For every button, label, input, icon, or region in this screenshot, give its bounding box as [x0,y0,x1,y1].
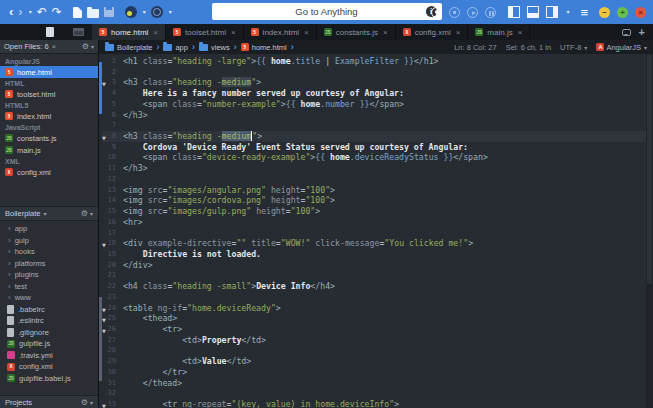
code-line[interactable]: 28 [102,345,646,356]
code-line[interactable]: ▼3<h3 class="heading -medium"> [102,77,646,88]
tab-index.html[interactable]: 5index.html× [244,24,317,40]
code-editor[interactable]: 1<h1 class="heading -large">{{ home.titl… [99,54,653,408]
tree-file-.gitignore[interactable]: .gitignore [0,327,98,339]
undo-icon[interactable]: ↶ [37,0,47,24]
vertical-scrollbar[interactable] [646,54,653,408]
pane-chevron-down-icon[interactable]: ▾ [566,0,569,24]
open-file-home.html[interactable]: 5home.html [0,66,98,78]
play-icon[interactable] [467,7,478,18]
code-line[interactable]: 27 <td>Property</td> [102,335,646,346]
open-file-constants.js[interactable]: JSconstants.js [0,132,98,144]
code-line[interactable]: 19 Directive is not loaded. [102,249,646,260]
tree-folder-test[interactable]: ›test [0,281,98,293]
save-icon[interactable] [104,7,114,17]
tree-file-.babelrc[interactable]: .babelrc [0,304,98,316]
forward-icon[interactable]: › [18,0,22,24]
code-area[interactable]: 1<h1 class="heading -large">{{ home.titl… [102,54,646,408]
tab-close-icon[interactable]: × [456,28,461,37]
comment-icon[interactable] [622,29,631,36]
code-line[interactable]: 31 </thead> [102,378,646,389]
preview-chevron-down-icon[interactable]: ▾ [143,0,146,24]
tree-folder-plugins[interactable]: ›plugins [0,269,98,281]
files-panel-tab[interactable] [36,24,64,40]
tree-folder-app[interactable]: ›app [0,223,98,235]
code-line[interactable]: 12 [102,174,646,185]
tree-file-gulpfile.babel.js[interactable]: JSgulpfile.babel.js [0,373,98,385]
code-line[interactable]: 9 Cordova 'Device Ready' Event Status se… [102,142,646,153]
tab-main.js[interactable]: JSmain.js× [468,24,530,40]
tree-folder-www[interactable]: ›www [0,292,98,304]
tree-folder-gulp[interactable]: ›gulp [0,235,98,247]
menu-icon[interactable]: ≡ [580,5,588,20]
tab-close-icon[interactable]: × [383,28,388,37]
code-line[interactable]: 1<h1 class="heading -large">{{ home.titl… [102,56,646,67]
open-files-header[interactable]: Open Files: 6 × ⚙▾ [0,40,99,54]
code-line[interactable]: 11</h3> [102,163,646,174]
code-line[interactable]: 7 [102,120,646,131]
code-line[interactable]: ▼8<h3 class="heading -medium"> [102,131,646,142]
projects-footer[interactable]: Projects ⚙▾ [0,395,98,408]
encoding-select[interactable]: UTF-8 ▾ [560,43,587,52]
back-icon[interactable]: ‹ [9,0,13,24]
tab-close-icon[interactable]: × [518,28,523,37]
stop-icon[interactable] [449,7,460,18]
code-line[interactable]: 30 </tr> [102,367,646,378]
code-line[interactable]: ▼26 <tr> [102,324,646,335]
code-line[interactable]: 5 <span class="number-example">{{ home.n… [102,99,646,110]
tab-close-icon[interactable]: × [304,28,309,37]
record-icon[interactable] [431,7,442,18]
open-file-config.xml[interactable]: Xconfig.xml [0,166,98,178]
code-line[interactable]: ▼33 <tr ng-repeat="(key, value) in home.… [102,399,646,408]
code-line[interactable]: 20</div> [102,260,646,271]
pause-icon[interactable] [485,7,496,18]
code-line[interactable]: 4 Here is a fancy number served up court… [102,88,646,99]
code-line[interactable]: 14<img src="images/cordova.png" height="… [102,195,646,206]
language-select[interactable]: A AngularJS ▾ [596,43,647,52]
tree-folder-hooks[interactable]: ›hooks [0,246,98,258]
tree-file-gulpfile.js[interactable]: JSgulpfile.js [0,338,98,350]
pane-left-icon[interactable] [508,6,520,18]
code-line[interactable]: 17 [102,228,646,239]
breadcrumb-item[interactable]: views [199,43,230,52]
preview-icon[interactable] [125,6,137,18]
places-header[interactable]: Boilerplate ▾ ⚙▾ [0,206,98,221]
maximize-icon[interactable]: + [617,7,628,18]
cursor-position[interactable]: Ln: 8 Col: 27 [454,43,497,52]
code-line[interactable]: 13<img src="images/angular.png" height="… [102,185,646,196]
browser-chevron-down-icon[interactable]: ▾ [169,0,172,24]
projects-gear[interactable]: ⚙▾ [81,398,93,407]
toolbox-panel-tab[interactable] [64,24,92,40]
code-line[interactable]: 22<h4 class="heading -small">Device Info… [102,281,646,292]
breadcrumb-item[interactable]: 5home.html [241,43,287,52]
tree-file-.eslintrc[interactable]: .eslintrc [0,315,98,327]
tree-folder-platforms[interactable]: ›platforms [0,258,98,270]
code-line[interactable]: 6</h3> [102,110,646,121]
close-icon[interactable]: × [635,7,646,18]
code-line[interactable]: 29 <td>Value</td> [102,356,646,367]
code-line[interactable]: 23 [102,292,646,303]
tab-home.html[interactable]: 5home.html× [92,24,166,40]
open-file-index.html[interactable]: 5index.html [0,110,98,122]
fold-arrow-icon[interactable]: ▼ [102,401,106,408]
tab-close-icon[interactable]: × [231,28,236,37]
tab-toolset.html[interactable]: 5toolset.html× [166,24,244,40]
history-chevron-down-icon[interactable]: ▾ [29,0,32,24]
browser-icon[interactable] [151,6,163,18]
open-file-main.js[interactable]: JSmain.js [0,144,98,156]
tab-config.xml[interactable]: Xconfig.xml× [396,24,469,40]
code-line[interactable]: ▼25 <thead> [102,313,646,324]
go-to-anything-input[interactable]: Go to Anything i [212,3,442,20]
open-files-close-icon[interactable]: × [52,42,57,51]
open-file-toolset.html[interactable]: 5toolset.html [0,88,98,100]
tree-file-config.xml[interactable]: Xconfig.xml [0,361,98,373]
code-line[interactable]: ▼24<table ng-if="home.deviceReady"> [102,303,646,314]
code-line[interactable]: ▼18<div example-directive="" title="WOW!… [102,238,646,249]
selection-info[interactable]: Sel: 6 ch, 1 ln [506,43,551,52]
minimize-icon[interactable]: − [599,7,610,18]
pane-right-icon[interactable] [546,6,558,18]
tab-constants.js[interactable]: JSconstants.js× [317,24,396,40]
tab-close-icon[interactable]: × [153,28,158,37]
open-files-gear[interactable]: ⚙▾ [82,42,94,51]
code-line[interactable]: 10 <span class="device-ready-example">{{… [102,152,646,163]
new-tab-icon[interactable]: + [639,25,645,39]
